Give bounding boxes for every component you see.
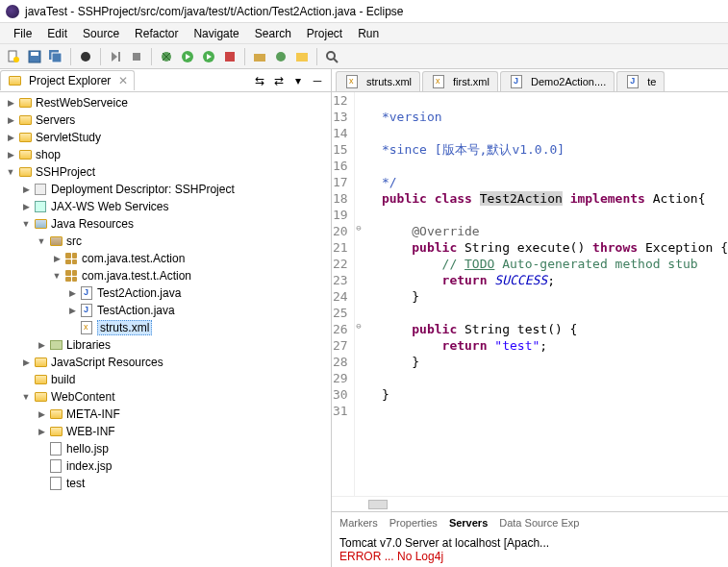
tree-item[interactable]: ▶Deployment Descriptor: SSHProject	[0, 181, 331, 198]
chevron-icon[interactable]: ▶	[35, 340, 48, 350]
tree-item[interactable]: ▶shop	[0, 146, 331, 163]
stop-button[interactable]	[127, 47, 146, 66]
tree-item[interactable]: ▼com.java.test.t.Action	[0, 267, 331, 284]
chevron-icon[interactable]: ▶	[4, 115, 17, 125]
tree-item-label: META-INF	[66, 407, 120, 421]
menu-run[interactable]: Run	[350, 25, 387, 42]
chevron-icon[interactable]: ▼	[35, 236, 48, 246]
folder-icon	[33, 389, 48, 405]
external-tool-button[interactable]	[220, 47, 239, 66]
tree-item[interactable]: ▶RestWebServeice	[0, 94, 331, 111]
chevron-icon[interactable]: ▶	[4, 133, 17, 142]
tree-item[interactable]: ▶Test2Action.java	[0, 284, 331, 302]
explorer-icon	[7, 73, 22, 88]
tree-item[interactable]: ▶ServletStudy	[0, 129, 331, 146]
editor-tab[interactable]: first.xml	[422, 71, 498, 91]
chevron-icon[interactable]: ▶	[4, 98, 17, 108]
save-all-button[interactable]	[46, 47, 65, 66]
tree-item[interactable]: ▼SSHProject	[0, 163, 331, 181]
menu-search[interactable]: Search	[247, 25, 299, 42]
bottom-tab-markers[interactable]: Markers	[339, 517, 378, 529]
menu-project[interactable]: Project	[299, 25, 350, 42]
editor-tabs: struts.xmlfirst.xmlDemo2Action....te	[332, 69, 728, 92]
tree-item[interactable]: ▼src	[0, 233, 331, 250]
bottom-tab-servers[interactable]: Servers	[449, 517, 488, 529]
run-server-button[interactable]	[199, 47, 218, 66]
editor-tab[interactable]: Demo2Action....	[500, 71, 615, 91]
web-services-icon	[33, 199, 48, 214]
open-type-button[interactable]	[292, 47, 312, 66]
tree-item[interactable]: test	[0, 475, 331, 492]
tree-item[interactable]: hello.jsp	[0, 440, 331, 457]
chevron-icon[interactable]: ▼	[4, 167, 17, 177]
chevron-icon[interactable]: ▶	[35, 427, 48, 436]
new-button[interactable]	[4, 47, 23, 66]
chevron-icon[interactable]: ▶	[35, 409, 48, 419]
chevron-icon[interactable]: ▶	[65, 306, 79, 315]
chevron-icon[interactable]: ▶	[65, 288, 79, 298]
code-editor[interactable]: 1213141516171819202122232425262728293031…	[332, 92, 728, 496]
tree-item[interactable]: ▶JavaScript Resources	[0, 354, 331, 371]
collapse-all-icon[interactable]: ⇆	[252, 73, 267, 88]
chevron-icon[interactable]: ▶	[19, 185, 33, 194]
tree-item[interactable]: ▶TestAction.java	[0, 302, 331, 319]
tree-item-label: WebContent	[51, 390, 115, 404]
toggle-button[interactable]	[76, 47, 95, 66]
tree-item[interactable]: ▼WebContent	[0, 388, 331, 406]
debug-button[interactable]	[157, 47, 176, 66]
tree-item[interactable]: index.jsp	[0, 457, 331, 475]
link-editor-icon[interactable]: ⇄	[271, 73, 287, 88]
folder-icon	[33, 372, 48, 387]
svg-point-16	[327, 52, 335, 60]
tree-item[interactable]: ▶WEB-INF	[0, 423, 331, 440]
chevron-icon[interactable]: ▼	[50, 271, 63, 281]
svg-line-17	[334, 59, 338, 62]
tree-item[interactable]: ▶Libraries	[0, 336, 331, 354]
tree-item-label: Libraries	[66, 338, 111, 352]
folder-icon	[17, 95, 33, 111]
svg-rect-5	[52, 53, 62, 62]
menu-navigate[interactable]: Navigate	[186, 25, 246, 42]
package-icon	[63, 251, 79, 266]
tree-item[interactable]: struts.xml	[0, 319, 331, 336]
tree-item[interactable]: ▶META-INF	[0, 406, 331, 423]
chevron-icon[interactable]: ▼	[19, 219, 33, 229]
chevron-icon[interactable]: ▶	[19, 202, 33, 211]
project-tree[interactable]: ▶RestWebServeice▶Servers▶ServletStudy▶sh…	[0, 92, 331, 567]
tree-item[interactable]: ▶com.java.test.Action	[0, 250, 331, 267]
java-resources-icon	[33, 216, 48, 232]
menu-edit[interactable]: Edit	[39, 25, 75, 42]
tree-item[interactable]: ▼Java Resources	[0, 215, 331, 233]
tree-item[interactable]: build	[0, 371, 331, 388]
folder-icon	[17, 164, 33, 180]
tree-item[interactable]: ▶JAX-WS Web Services	[0, 198, 331, 215]
save-button[interactable]	[25, 47, 44, 66]
menu-file[interactable]: File	[6, 25, 39, 42]
bottom-tab-properties[interactable]: Properties	[389, 517, 438, 529]
bottom-tab-data-source-exp[interactable]: Data Source Exp	[499, 517, 579, 529]
skip-button[interactable]	[106, 47, 125, 66]
chevron-icon[interactable]: ▶	[50, 254, 63, 263]
editor-tab[interactable]: te	[616, 71, 665, 91]
folder-icon	[17, 112, 33, 128]
chevron-icon[interactable]: ▼	[19, 392, 33, 402]
search-button[interactable]	[322, 47, 341, 66]
tree-item[interactable]: ▶Servers	[0, 111, 331, 129]
project-explorer-tab[interactable]: Project Explorer ✕	[0, 70, 135, 90]
chevron-icon[interactable]: ▶	[4, 150, 17, 160]
run-button[interactable]	[178, 47, 197, 66]
tree-item-label: JAX-WS Web Services	[51, 200, 168, 213]
new-class-button[interactable]	[271, 47, 290, 66]
js-resources-icon	[33, 355, 48, 370]
minimize-icon[interactable]: ─	[310, 73, 325, 88]
chevron-icon[interactable]: ▶	[19, 357, 33, 367]
new-package-button[interactable]	[250, 47, 269, 66]
horizontal-scrollbar[interactable]	[332, 496, 728, 511]
close-icon[interactable]: ✕	[118, 74, 128, 87]
library-icon	[48, 337, 63, 353]
svg-rect-15	[296, 53, 308, 62]
editor-tab[interactable]: struts.xml	[336, 71, 420, 91]
menu-source[interactable]: Source	[75, 25, 127, 42]
menu-refactor[interactable]: Refactor	[127, 25, 186, 42]
view-menu-icon[interactable]: ▾	[290, 73, 306, 88]
